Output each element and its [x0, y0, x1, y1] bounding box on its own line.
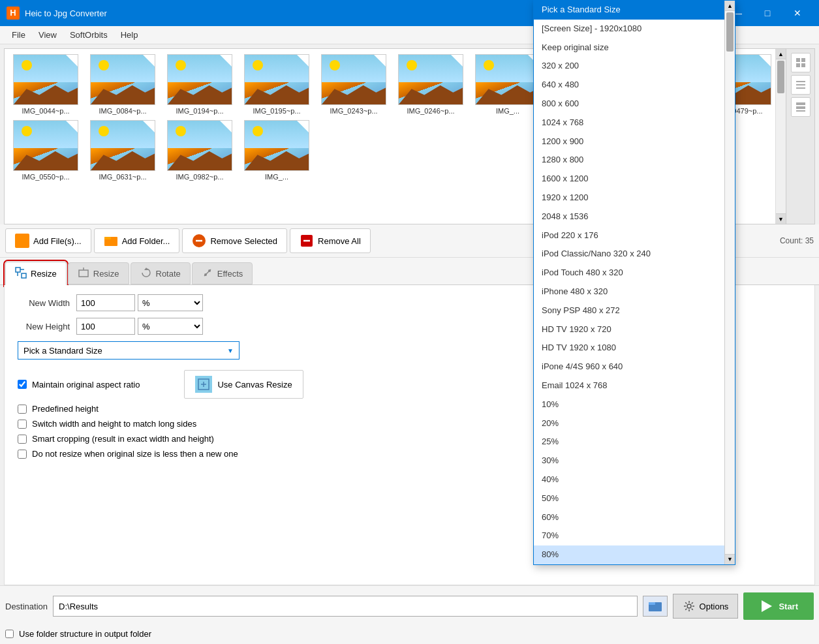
dropdown-item-hdtv720[interactable]: HD TV 1920 x 720 [534, 320, 724, 339]
list-item[interactable]: IMG_0550~p... [10, 120, 82, 181]
dropdown-item-640x480[interactable]: 640 x 480 [534, 76, 724, 95]
switch-width-height-checkbox[interactable] [18, 420, 27, 429]
file-name: IMG_0195~p... [253, 107, 300, 115]
svg-rect-11 [796, 110, 805, 112]
new-width-unit-select[interactable]: % px cm inch [138, 294, 203, 311]
dropdown-item-1600x1200[interactable]: 1600 x 1200 [534, 170, 724, 189]
list-item[interactable]: IMG_0195~p... [241, 54, 313, 115]
list-item[interactable]: IMG_0243~p... [318, 54, 390, 115]
menu-help[interactable]: Help [114, 27, 145, 42]
dropdown-item-80pct[interactable]: 80% [534, 545, 724, 564]
standard-size-selector[interactable]: Pick a Standard Size ▼ [18, 341, 240, 360]
dropdown-item-screen-size[interactable]: [Screen Size] - 1920x1080 [534, 20, 724, 38]
dropdown-item-iphone[interactable]: iPhone 480 x 320 [534, 283, 724, 301]
destination-path-input[interactable] [53, 596, 638, 617]
new-height-unit-select[interactable]: % px cm inch [138, 318, 203, 335]
destination-row: Destination Options Start [0, 586, 819, 626]
file-area-scrollbar: ▲ ▼ [775, 49, 786, 224]
scroll-down-btn[interactable]: ▼ [776, 213, 786, 224]
menu-file[interactable]: File [5, 27, 32, 42]
dropdown-item-50pct[interactable]: 50% [534, 489, 724, 508]
dropdown-scroll-down[interactable]: ▼ [725, 554, 735, 564]
menu-view[interactable]: View [32, 27, 63, 42]
dropdown-item-iphone4[interactable]: iPone 4/4S 960 x 640 [534, 358, 724, 376]
file-name: IMG_0084~p... [99, 107, 146, 115]
standard-size-dropdown-popup: Pick a Standard Size [Screen Size] - 192… [533, 0, 735, 565]
add-files-button[interactable]: Add File(s)... [5, 228, 91, 253]
effects-icon [202, 267, 213, 281]
dropdown-item-70pct[interactable]: 70% [534, 527, 724, 545]
folder-structure-label: Use folder structure in output folder [19, 629, 151, 639]
dropdown-item-30pct[interactable]: 30% [534, 452, 724, 470]
dropdown-item-20pct[interactable]: 20% [534, 414, 724, 433]
dropdown-item-1024x768[interactable]: 1024 x 768 [534, 114, 724, 132]
list-item[interactable]: IMG_0982~p... [164, 120, 236, 181]
dropdown-item-sony-psp[interactable]: Sony PSP 480 x 272 [534, 301, 724, 320]
list-item[interactable]: IMG_0631~p... [87, 120, 159, 181]
dropdown-item-ipod-touch[interactable]: iPod Touch 480 x 320 [534, 264, 724, 283]
svg-rect-19 [22, 273, 26, 278]
dropdown-item-email[interactable]: Email 1024 x 768 [534, 376, 724, 395]
dropdown-item-10pct[interactable]: 10% [534, 395, 724, 414]
folder-structure-checkbox[interactable] [5, 630, 14, 638]
predefined-height-checkbox[interactable] [18, 405, 27, 414]
dropdown-item-40pct[interactable]: 40% [534, 470, 724, 489]
dropdown-scroll-up[interactable]: ▲ [725, 1, 735, 11]
scroll-up-btn[interactable]: ▲ [776, 49, 786, 59]
dropdown-item-25pct[interactable]: 25% [534, 433, 724, 452]
dropdown-item-pick-standard[interactable]: Pick a Standard Size [534, 1, 724, 20]
dropdown-item-800x600[interactable]: 800 x 600 [534, 95, 724, 114]
list-item[interactable]: IMG_0084~p... [87, 54, 159, 115]
do-not-resize-checkbox[interactable] [18, 450, 27, 459]
detail-view-btn[interactable] [791, 97, 811, 117]
remove-selected-button[interactable]: Remove Selected [182, 228, 287, 253]
maintain-aspect-checkbox[interactable] [18, 380, 27, 389]
dropdown-item-ipod220[interactable]: iPod 220 x 176 [534, 226, 724, 245]
list-item[interactable]: IMG_0044~p... [10, 54, 82, 115]
new-height-label: New Height [18, 322, 70, 331]
resize-active-icon [15, 267, 27, 281]
remove-all-button[interactable]: Remove All [290, 228, 371, 253]
start-button[interactable]: Start [743, 592, 814, 620]
tab-resize-2[interactable]: Resize [68, 262, 129, 284]
svg-rect-6 [796, 81, 805, 82]
scroll-thumb[interactable] [777, 61, 784, 93]
dropdown-item-1920x1200[interactable]: 1920 x 1200 [534, 189, 724, 207]
options-label: Options [700, 602, 729, 611]
dropdown-item-hdtv1080[interactable]: HD TV 1920 x 1080 [534, 339, 724, 358]
menu-softorbits[interactable]: SoftOrbits [63, 27, 114, 42]
tab-effects[interactable]: Effects [192, 262, 253, 284]
dropdown-item-1280x800[interactable]: 1280 x 800 [534, 151, 724, 170]
dropdown-item-320x200[interactable]: 320 x 200 [534, 57, 724, 76]
canvas-resize-button[interactable]: Use Canvas Resize [184, 370, 303, 399]
new-height-input[interactable] [76, 318, 135, 335]
smart-cropping-checkbox[interactable] [18, 435, 27, 444]
close-button[interactable]: ✕ [782, 0, 812, 26]
add-folder-button[interactable]: Add Folder... [94, 228, 180, 253]
svg-rect-13 [104, 237, 111, 239]
list-item[interactable]: IMG_... [241, 120, 313, 181]
dropdown-item-ipod-classic[interactable]: iPod Classic/Nano 320 x 240 [534, 245, 724, 264]
add-files-icon [15, 234, 29, 248]
svg-rect-22 [79, 270, 88, 277]
thumbnail-view-btn[interactable] [791, 53, 811, 72]
new-width-input[interactable] [76, 294, 135, 311]
svg-rect-18 [16, 268, 20, 272]
list-item[interactable]: IMG_0194~p... [164, 54, 236, 115]
list-view-btn[interactable] [791, 75, 811, 95]
canvas-resize-icon [195, 376, 212, 393]
dropdown-item-60pct[interactable]: 60% [534, 508, 724, 527]
tab-resize-active[interactable]: Resize [5, 262, 67, 285]
file-count: Count: 35 [780, 236, 814, 245]
dropdown-item-1200x900[interactable]: 1200 x 900 [534, 132, 724, 151]
options-button[interactable]: Options [673, 594, 739, 619]
dropdown-item-keep-original[interactable]: Keep original size [534, 38, 724, 57]
browse-destination-button[interactable] [643, 596, 668, 617]
tab-label-resize-active: Resize [31, 269, 57, 279]
maximize-button[interactable]: □ [752, 0, 782, 26]
tab-rotate[interactable]: Rotate [131, 262, 191, 284]
scroll-track [776, 59, 786, 213]
list-item[interactable]: IMG_0246~p... [395, 54, 467, 115]
remove-selected-icon [192, 234, 206, 248]
dropdown-item-2048x1536[interactable]: 2048 x 1536 [534, 207, 724, 226]
